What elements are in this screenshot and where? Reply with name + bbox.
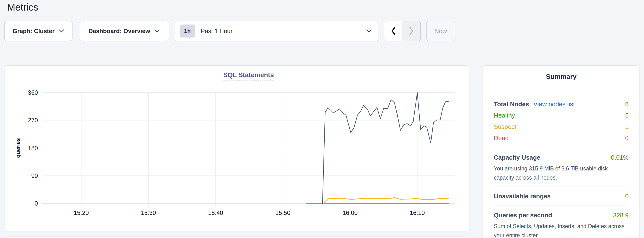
now-button-label: Now: [434, 27, 447, 35]
capacity-usage-description: You are using 315.9 MiB of 3.6 TiB usabl…: [494, 164, 629, 182]
time-range-selector[interactable]: 1h Past 1 Hour: [175, 21, 378, 41]
capacity-usage-value: 0.01%: [611, 152, 629, 163]
svg-text:180: 180: [28, 145, 38, 152]
previous-time-window-button[interactable]: [384, 21, 402, 41]
chevron-down-icon: [58, 29, 64, 33]
svg-text:16:00: 16:00: [343, 209, 358, 216]
svg-text:15:30: 15:30: [141, 209, 156, 216]
dead-label: Dead: [494, 133, 509, 144]
suspect-nodes-row: Suspect 1: [494, 121, 629, 133]
capacity-usage-label: Capacity Usage: [494, 152, 540, 163]
svg-text:queries: queries: [15, 138, 21, 158]
nodes-status-list: Total Nodes View nodes list 6 Healthy 5 …: [494, 98, 629, 144]
time-range-badge: 1h: [180, 25, 195, 38]
queries-per-second-description: Sum of Selects, Updates, Inserts, and De…: [494, 222, 629, 238]
svg-text:15:50: 15:50: [276, 209, 290, 216]
svg-text:360: 360: [28, 89, 38, 96]
sql-statements-line-chart[interactable]: 15:2015:3015:4015:5016:0016:100901802703…: [5, 66, 469, 231]
next-chart-card-partial: [5, 237, 469, 238]
svg-text:90: 90: [31, 172, 38, 179]
time-window-nav: [384, 21, 420, 41]
graph-scope-dropdown[interactable]: Graph: Cluster: [4, 21, 72, 41]
svg-text:16:10: 16:10: [410, 209, 425, 216]
healthy-nodes-row: Healthy 5: [494, 110, 629, 121]
svg-text:270: 270: [28, 117, 38, 124]
chevron-left-icon: [390, 27, 396, 35]
dead-value: 0: [625, 133, 629, 144]
unavailable-ranges-section: Unavailable ranges 0: [494, 187, 629, 201]
dead-nodes-row: Dead 0: [494, 133, 629, 144]
summary-title: Summary: [494, 66, 629, 80]
dashboard-dropdown[interactable]: Dashboard: Overview: [79, 21, 169, 41]
sql-statements-chart-card: SQL Statements 15:2015:3015:4015:5016:00…: [5, 65, 469, 231]
queries-per-second-label: Queries per second: [494, 210, 552, 220]
total-nodes-value: 6: [625, 98, 629, 110]
suspect-value: 1: [625, 121, 629, 133]
queries-per-second-section: Queries per second 328.9 Sum of Selects,…: [494, 206, 629, 238]
page-title: Metrics: [7, 2, 38, 13]
graph-scope-label: Graph: Cluster: [12, 28, 54, 35]
svg-text:0: 0: [34, 200, 38, 207]
dashboard-label: Dashboard: Overview: [88, 28, 150, 35]
unavailable-ranges-value: 0: [625, 191, 629, 201]
unavailable-ranges-label: Unavailable ranges: [494, 191, 551, 201]
total-nodes-row: Total Nodes View nodes list 6: [494, 98, 629, 110]
capacity-usage-section: Capacity Usage 0.01% You are using 315.9…: [494, 148, 629, 182]
time-range-label: Past 1 Hour: [201, 28, 232, 35]
chevron-down-icon: [154, 29, 160, 33]
suspect-label: Suspect: [494, 121, 516, 133]
metrics-toolbar: Graph: Cluster Dashboard: Overview 1h Pa…: [4, 21, 455, 41]
svg-text:15:20: 15:20: [74, 209, 89, 216]
queries-per-second-value: 328.9: [613, 210, 629, 220]
healthy-value: 5: [625, 110, 629, 121]
chevron-down-icon: [366, 29, 372, 33]
healthy-label: Healthy: [494, 110, 515, 121]
now-button[interactable]: Now: [426, 21, 455, 41]
view-nodes-list-link[interactable]: View nodes list: [534, 98, 575, 110]
chevron-right-icon: [409, 27, 414, 35]
next-time-window-button[interactable]: [402, 21, 420, 41]
svg-text:15:40: 15:40: [208, 209, 223, 216]
total-nodes-label: Total Nodes: [494, 98, 529, 110]
summary-panel: Summary Total Nodes View nodes list 6 He…: [483, 65, 640, 238]
